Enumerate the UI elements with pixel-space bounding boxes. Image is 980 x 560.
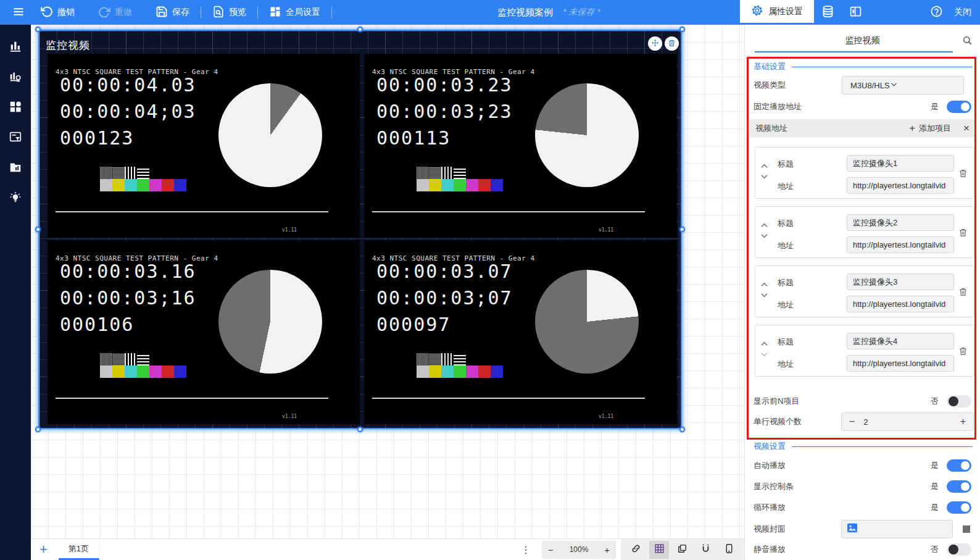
data-source-button[interactable] [814, 0, 842, 25]
color-square [491, 366, 503, 378]
widget-delete-button[interactable] [665, 36, 679, 51]
sidebar-item-ideas[interactable] [0, 183, 31, 214]
move-down-button[interactable] [760, 291, 768, 298]
duplicate-tool-button[interactable] [673, 541, 692, 559]
color-square [137, 179, 149, 191]
video-tile-3[interactable]: 4x3 NTSC SQUARE TEST PATTERN - Gear 4 00… [48, 240, 360, 424]
video-tile-2[interactable]: 4x3 NTSC SQUARE TEST PATTERN - Gear 4 00… [364, 54, 677, 238]
move-up-button[interactable] [760, 220, 768, 228]
section-basic-label: 基础设置 [754, 61, 786, 72]
item-title-input[interactable] [847, 274, 954, 290]
stepper-plus-button[interactable]: + [960, 416, 966, 427]
color-square [149, 179, 162, 191]
mute-playback-toggle[interactable] [947, 543, 971, 556]
video-timecode-semi: 00:00:03;07 [376, 287, 513, 309]
sidebar-item-widgets[interactable] [0, 93, 31, 123]
video-tile-4[interactable]: 4x3 NTSC SQUARE TEST PATTERN - Gear 4 00… [364, 240, 677, 424]
mobile-preview-button[interactable] [719, 541, 739, 559]
menu-button[interactable] [9, 0, 28, 25]
delete-item-button[interactable] [958, 168, 968, 180]
item-url-input[interactable] [847, 296, 954, 312]
sidebar-item-form[interactable] [0, 123, 31, 153]
item-url-input[interactable] [847, 177, 954, 194]
move-down-button[interactable] [760, 232, 768, 239]
zoom-out-button[interactable]: − [548, 545, 554, 555]
page-tab-1[interactable]: 第1页 [59, 539, 99, 560]
resize-handle-nw[interactable] [35, 27, 41, 32]
cover-extra-button[interactable] [963, 525, 970, 533]
undo-button[interactable]: 撤销 [37, 0, 78, 25]
pattern-square-v-coarse [441, 353, 454, 366]
resize-handle-w[interactable] [35, 227, 41, 232]
show-controls-label: 显示控制条 [754, 481, 794, 492]
link-tool-button[interactable] [626, 541, 646, 559]
video-cover-picker[interactable] [841, 520, 953, 538]
add-item-button[interactable]: + 添加项目 [909, 122, 951, 135]
autoplay-toggle[interactable] [947, 459, 971, 472]
more-options-button[interactable]: ⋮ [515, 544, 537, 556]
item-title-input[interactable] [847, 155, 954, 172]
delete-item-button[interactable] [958, 286, 968, 299]
widget-fullscreen-button[interactable] [648, 36, 662, 51]
color-square [454, 179, 466, 191]
delete-item-button[interactable] [958, 346, 968, 358]
show-controls-toggle[interactable] [947, 480, 971, 493]
item-url-label: 地址 [778, 359, 794, 370]
sidebar-item-folder-chart[interactable] [0, 153, 31, 183]
resize-handle-n[interactable] [357, 27, 363, 32]
add-page-button[interactable]: + [39, 543, 48, 556]
vertical-ellipsis-icon: ⋮ [521, 545, 531, 555]
delete-item-button[interactable] [958, 227, 968, 240]
move-down-button[interactable] [760, 172, 768, 180]
fixed-url-toggle[interactable] [947, 101, 971, 113]
save-button[interactable]: 保存 [152, 0, 193, 25]
row-show-controls: 显示控制条 是 [754, 480, 974, 493]
panel-search-button[interactable] [962, 35, 973, 48]
move-up-button[interactable] [760, 339, 768, 346]
collapse-list-button[interactable]: × [963, 122, 970, 135]
global-settings-button[interactable]: 全局设置 [265, 0, 324, 25]
video-widget[interactable]: 监控视频 4x3 NTSC SQUARE TEST PATTERN - Gear… [38, 30, 682, 429]
item-title-label: 标题 [778, 336, 794, 348]
sidebar-item-charts[interactable] [0, 32, 31, 62]
stepper-minus-button[interactable]: − [849, 416, 855, 427]
item-title-input[interactable] [847, 333, 954, 349]
zoom-in-button[interactable]: + [604, 545, 610, 555]
panel-layout-button[interactable] [842, 0, 870, 25]
show-first-n-toggle[interactable] [947, 395, 971, 407]
move-up-button[interactable] [760, 161, 768, 169]
resize-handle-se[interactable] [679, 427, 685, 432]
osd-separator-line [56, 398, 328, 399]
preview-button[interactable]: 预览 [209, 0, 250, 25]
item-url-input[interactable] [847, 236, 954, 253]
resize-handle-e[interactable] [679, 227, 685, 232]
osd-separator-line [372, 398, 645, 399]
move-up-button[interactable] [760, 280, 768, 287]
color-square [174, 179, 186, 191]
move-down-button[interactable] [760, 350, 768, 357]
loop-playback-toggle[interactable] [947, 501, 971, 514]
magnet-tool-button[interactable] [696, 541, 716, 559]
resize-handle-sw[interactable] [35, 427, 41, 432]
undo-label: 撤销 [57, 7, 75, 18]
show-first-n-state: 否 [931, 396, 939, 407]
video-type-select[interactable]: M3U8/HLS [842, 76, 964, 94]
tab-properties[interactable]: 属性设置 [740, 0, 814, 25]
resize-handle-ne[interactable] [679, 27, 685, 32]
item-url-input[interactable] [847, 355, 954, 372]
panel-header: 监控视频 [745, 30, 980, 51]
video-tile-1[interactable]: 4x3 NTSC SQUARE TEST PATTERN - Gear 4 00… [48, 54, 360, 238]
grid-tool-button[interactable] [649, 541, 669, 559]
sidebar-item-chart-search[interactable] [0, 62, 31, 93]
pattern-square-v-fine [417, 167, 429, 179]
help-button[interactable] [923, 0, 950, 25]
color-square [429, 366, 441, 378]
row-loop-playback: 循环播放 是 [754, 501, 974, 514]
plus-icon: + [39, 541, 48, 557]
resize-handle-s[interactable] [357, 427, 363, 432]
redo-button[interactable]: 重做 [94, 0, 136, 25]
video-frame-counter: 000106 [60, 314, 134, 335]
close-button[interactable]: 关闭 [950, 7, 980, 18]
item-title-input[interactable] [847, 214, 954, 231]
design-canvas[interactable]: 监控视频 4x3 NTSC SQUARE TEST PATTERN - Gear… [31, 25, 744, 538]
